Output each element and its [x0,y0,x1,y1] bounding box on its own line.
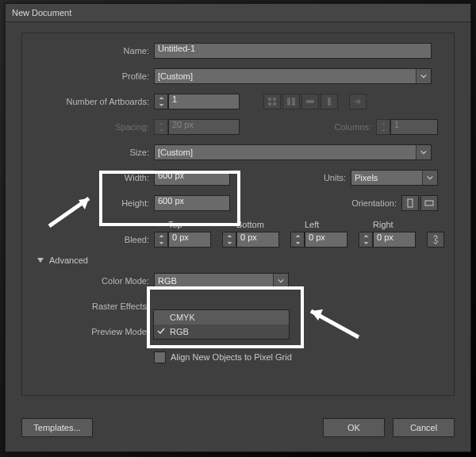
bleed-top-header: Top [168,220,225,229]
size-label: Size: [22,148,154,157]
units-select[interactable]: Pixels [351,170,438,186]
svg-rect-7 [328,98,331,106]
svg-rect-1 [273,98,276,101]
svg-rect-2 [268,102,271,106]
bleed-right-stepper[interactable] [359,232,373,248]
bleed-left-stepper[interactable] [290,232,305,248]
spacing-stepper [154,119,168,135]
orientation-label: Orientation: [333,198,401,208]
color-mode-option-rgb[interactable]: RGB [154,325,289,339]
new-document-dialog: New Document Name: Untitled-1 Profile: [… [5,3,471,452]
name-input[interactable]: Untitled-1 [154,43,432,59]
artboards-stepper[interactable] [154,94,168,109]
align-pixel-grid-label: Align New Objects to Pixel Grid [171,352,292,362]
disclosure-triangle-icon [36,256,44,264]
ok-button[interactable]: OK [323,418,385,437]
bleed-bottom-header: Bottom [236,220,294,229]
bleed-top-stepper[interactable] [154,232,168,248]
arrange-row-icon [301,94,319,109]
color-mode-option-cmyk[interactable]: CMYK [154,310,289,325]
bleed-top-input[interactable]: 0 px [168,232,211,248]
name-label: Name: [22,46,154,56]
size-select[interactable]: [Custom] [154,144,432,160]
check-icon [157,327,165,336]
color-mode-select[interactable]: RGB [154,273,289,289]
link-bleed-icon[interactable] [427,232,444,248]
svg-rect-4 [287,98,290,106]
bleed-left-header: Left [305,220,362,229]
artboards-input[interactable]: 1 [168,94,240,109]
direction-icon [349,94,367,109]
svg-rect-8 [408,199,413,207]
color-mode-label: Color Mode: [22,276,154,286]
dialog-title: New Document [12,8,71,17]
svg-rect-9 [425,201,433,205]
color-mode-dropdown: CMYK RGB [153,309,290,340]
width-input[interactable]: 600 px [154,170,230,186]
artboards-label: Number of Artboards: [22,97,154,106]
bleed-label: Bleed: [22,235,154,244]
bleed-right-header: Right [373,220,430,229]
columns-stepper [376,119,390,135]
profile-select[interactable]: [Custom] [154,68,432,84]
cancel-button[interactable]: Cancel [393,418,455,437]
bleed-right-input[interactable]: 0 px [373,232,416,248]
arrange-col-icon [321,94,338,109]
preview-mode-label: Preview Mode: [22,327,154,336]
grid-by-col-icon [282,94,300,109]
height-input[interactable]: 600 px [154,195,230,211]
units-label: Units: [306,173,351,182]
profile-label: Profile: [22,71,154,81]
columns-label: Columns: [316,122,376,132]
chevron-down-icon [422,171,437,185]
chevron-down-icon [416,69,431,83]
dialog-panel: Name: Untitled-1 Profile: [Custom] Numbe… [21,33,455,396]
spacing-label: Spacing: [22,122,154,132]
bleed-bottom-stepper[interactable] [222,232,236,248]
bleed-left-input[interactable]: 0 px [305,232,347,248]
svg-rect-0 [268,98,271,101]
bleed-bottom-input[interactable]: 0 px [236,232,279,248]
orientation-portrait-icon[interactable] [401,195,419,211]
svg-rect-5 [292,98,295,106]
advanced-toggle[interactable]: Advanced [36,255,454,265]
chevron-down-icon [273,274,288,288]
dialog-titlebar[interactable]: New Document [6,4,470,22]
spacing-input: 20 px [168,119,240,135]
grid-by-row-icon [263,94,281,109]
orientation-landscape-icon[interactable] [420,195,438,211]
chevron-down-icon [416,145,431,159]
svg-rect-6 [306,100,314,103]
align-pixel-grid-checkbox[interactable] [154,351,166,363]
templates-button[interactable]: Templates... [21,418,93,437]
raster-effects-label: Raster Effects: [22,301,154,311]
width-label: Width: [22,173,154,182]
columns-input: 1 [390,119,438,135]
height-label: Height: [22,198,154,208]
svg-rect-3 [273,102,276,106]
